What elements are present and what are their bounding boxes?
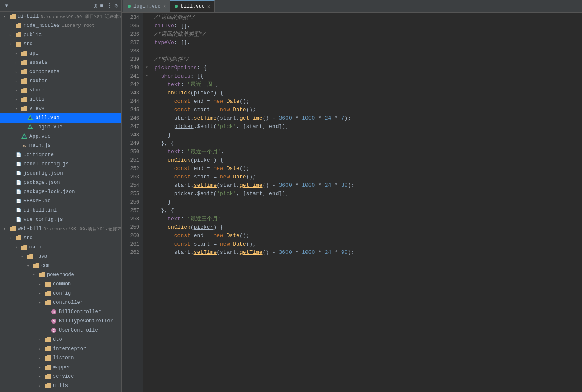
code-token: . — [191, 114, 194, 123]
code-token: start — [220, 181, 236, 190]
tree-label: config — [53, 290, 71, 296]
tab-login[interactable]: login.vue✕ — [123, 0, 170, 12]
tree-item[interactable]: ▸vo — [0, 390, 121, 392]
line-numbers: 2342352362372382392402412422432442452462… — [122, 13, 143, 392]
tree-item[interactable]: ▸components — [0, 67, 121, 76]
line-number: 245 — [122, 106, 139, 114]
tree-item[interactable]: 📄package.json — [0, 178, 121, 187]
tree-arrow: ▾ — [3, 14, 9, 19]
code-token: new — [220, 173, 230, 181]
tree-item[interactable]: ▾views — [0, 104, 121, 113]
tree-item[interactable]: ▸router — [0, 76, 121, 86]
tree-item[interactable]: ▾web-billD:\course\99.99-项目\01-记账本\code\… — [0, 224, 121, 233]
project-dropdown-icon[interactable]: ▼ — [5, 3, 8, 9]
tree-item[interactable]: ▸mapper — [0, 363, 121, 372]
tree-item[interactable]: ▸common — [0, 280, 121, 289]
code-line: pickerOptions: { — [154, 64, 582, 72]
code-token: }, { — [154, 206, 174, 215]
tree-item[interactable]: ▾src — [0, 233, 121, 243]
tree-item[interactable]: CUserController — [0, 326, 121, 335]
tree-item[interactable]: ▸assets — [0, 58, 121, 67]
tree-item[interactable]: ▸config — [0, 289, 121, 298]
tree-label: BillController — [59, 309, 101, 315]
tree-item[interactable]: ▾controller — [0, 298, 121, 307]
line-number: 258 — [122, 215, 139, 223]
tree-label: BillTypeController — [59, 318, 113, 324]
tree-item[interactable]: ▾ui-billD:\course\99.99-项目\01-记账本\code\u… — [0, 12, 121, 21]
tree-item[interactable]: CBillTypeController — [0, 316, 121, 326]
tree-label: listern — [53, 355, 74, 361]
code-token: , — [221, 215, 224, 223]
code-token — [223, 232, 227, 240]
tree-item[interactable]: ▸uitls — [0, 95, 121, 104]
tree-item[interactable]: CBillController — [0, 307, 121, 316]
folder-icon — [15, 41, 22, 47]
tree-item[interactable]: node_moduleslibrary root — [0, 21, 121, 30]
fold-icon[interactable]: ▾ — [143, 63, 151, 71]
tab-close-button[interactable]: ✕ — [207, 4, 210, 9]
fold-icon[interactable]: ▾ — [143, 71, 151, 80]
tree-item[interactable]: App.vue — [0, 132, 121, 141]
tree-item[interactable]: ▸store — [0, 86, 121, 95]
code-token: text — [167, 215, 180, 223]
tree-item[interactable]: ▸utils — [0, 381, 121, 390]
tab-close-button[interactable]: ✕ — [163, 3, 166, 9]
tab-bill[interactable]: bill.vue✕ — [170, 0, 214, 12]
split-icon[interactable]: ⋮ — [106, 2, 112, 9]
code-content[interactable]: /*返回的数据*/billVo: [],/*返回的账单类型*/typeVo: [… — [151, 13, 582, 392]
folder-icon — [15, 22, 22, 29]
line-number: 255 — [122, 190, 139, 198]
settings-icon[interactable]: ⚙ — [115, 2, 118, 9]
tree-sublabel: D:\course\99.99-项目\01-记账本\code\ui-bi — [40, 13, 121, 20]
line-number: 238 — [122, 47, 139, 55]
tree-item[interactable]: 📄babel.config.js — [0, 159, 121, 169]
folder-icon — [21, 87, 28, 94]
locate-icon[interactable]: ◎ — [94, 2, 97, 9]
tree-item[interactable]: JSmain.js — [0, 141, 121, 150]
fold-icon — [143, 180, 151, 189]
tree-sublabel: D:\course\99.99-项目\01-记账本\code\we — [44, 226, 121, 232]
tree-item[interactable]: 📄package-lock.json — [0, 187, 121, 196]
tree-item[interactable]: 📄vue.config.js — [0, 215, 121, 224]
folder-icon — [21, 105, 28, 112]
tree-item[interactable]: bill.vue — [0, 113, 121, 123]
tree-arrow: ▾ — [15, 245, 21, 250]
tree-item[interactable]: ▸api — [0, 49, 121, 58]
code-token — [154, 89, 167, 97]
code-token: const — [174, 106, 191, 114]
tree-item[interactable]: ▸public — [0, 30, 121, 39]
code-line: /*返回的数据*/ — [154, 13, 582, 22]
code-token: end = — [191, 165, 214, 173]
tree-item[interactable]: 📄.gitignore — [0, 150, 121, 159]
tree-item[interactable]: ▾java — [0, 252, 121, 261]
tree-item[interactable]: 📄jsconfig.json — [0, 169, 121, 178]
line-number: 234 — [122, 13, 139, 22]
tree-item[interactable]: ▸service — [0, 372, 121, 381]
line-number: 246 — [122, 114, 139, 123]
collapse-icon[interactable]: ≡ — [100, 3, 103, 9]
tree-item[interactable]: ▸dto — [0, 335, 121, 344]
fold-icon — [143, 29, 151, 38]
code-token: new — [220, 106, 230, 114]
tree-item[interactable]: ▾main — [0, 243, 121, 252]
tree-item[interactable]: ▾src — [0, 39, 121, 49]
tree-item[interactable]: ▾com — [0, 261, 121, 270]
line-number: 261 — [122, 240, 139, 248]
tree-item[interactable]: ▸listern — [0, 353, 121, 363]
tree-item[interactable]: ▸interceptor — [0, 344, 121, 353]
tree-item[interactable]: ▾powernode — [0, 270, 121, 280]
tree-label: router — [29, 78, 47, 84]
tree-arrow: ▸ — [15, 79, 21, 84]
tree-item[interactable]: 📄README.md — [0, 196, 121, 206]
code-token: setTime — [194, 114, 217, 123]
fold-icon — [143, 147, 151, 155]
code-token: ) { — [213, 156, 223, 165]
code-token: 3600 — [279, 114, 292, 123]
tree-arrow: ▸ — [39, 291, 44, 296]
tree-item[interactable]: 📄ui-bill.iml — [0, 206, 121, 215]
project-title[interactable]: ▼ — [3, 3, 8, 9]
code-line: picker.$emit('pick', [start, end]); — [154, 123, 582, 131]
tree-item[interactable]: login.vue — [0, 123, 121, 132]
line-number: 235 — [122, 22, 139, 30]
file-icon: 📄 — [15, 198, 22, 204]
